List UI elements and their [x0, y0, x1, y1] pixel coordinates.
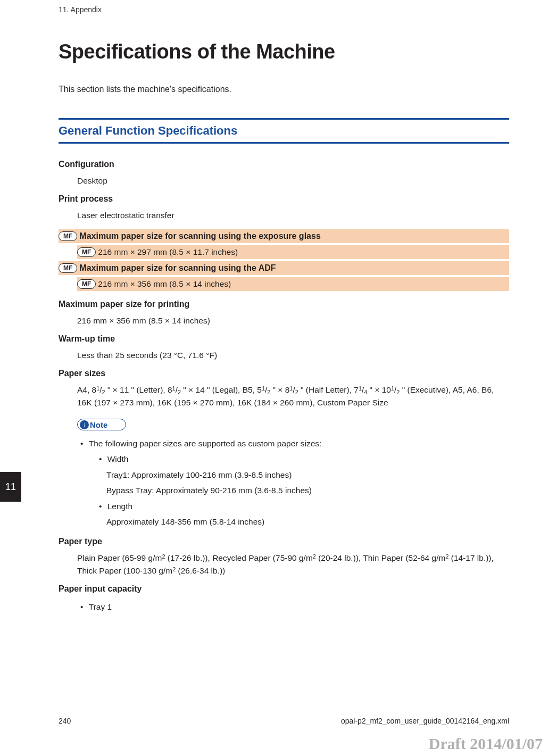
frac-sup: 1 — [96, 385, 99, 392]
note-width-label: Width — [106, 451, 509, 467]
frac-sup: 1 — [262, 385, 265, 392]
note-length-val: Approximately 148-356 mm (5.8-14 inches) — [106, 514, 509, 529]
value-max-scan-adf-text: 216 mm × 356 mm (8.5 × 14 inches) — [98, 279, 231, 288]
ps-p1: A4, 8 — [77, 385, 96, 394]
term-warmup: Warm-up time — [59, 334, 509, 344]
term-max-scan-glass: MFMaximum paper size for scanning using … — [59, 228, 509, 244]
value-configuration: Desktop — [77, 175, 509, 187]
frac-sup: 1 — [289, 385, 293, 392]
mf-badge-icon: MF — [77, 247, 96, 257]
value-max-scan-adf: MF216 mm × 356 mm (8.5 × 14 inches) — [77, 276, 509, 292]
mf-badge-icon: MF — [59, 231, 77, 241]
frac-sup: 1 — [391, 385, 394, 392]
paper-input-tray1: Tray 1 — [88, 599, 509, 614]
ps-p5: " (Half Letter), 7 — [298, 385, 359, 394]
running-header: 11. Appendix — [59, 0, 509, 14]
value-max-scan-glass: MF216 mm × 297 mm (8.5 × 11.7 inches) — [77, 244, 509, 260]
pt-b: (17-26 lb.)), Recycled Paper (75-90 g/m — [165, 553, 312, 562]
note-width-bypass: Bypass Tray: Approximately 90-216 mm (3.… — [106, 483, 509, 498]
term-max-scan-adf-text: Maximum paper size for scanning using th… — [79, 263, 276, 272]
frac-sup: 1 — [172, 385, 176, 392]
pt-a: Plain Paper (65-99 g/m — [77, 553, 162, 562]
note-length-label: Length — [106, 499, 509, 514]
term-paper-input: Paper input capacity — [59, 584, 509, 594]
mf-badge-icon: MF — [77, 279, 96, 289]
page-number: 240 — [59, 717, 71, 725]
note-line: The following paper sizes are supported … — [88, 436, 509, 451]
value-print-process: Laser electrostatic transfer — [77, 209, 509, 221]
chapter-side-tab: 11 — [0, 472, 21, 502]
term-configuration: Configuration — [59, 160, 509, 169]
draft-watermark: Draft 2014/01/07 — [429, 735, 543, 753]
note-width-tray1: Tray1: Approximately 100-216 mm (3.9-8.5… — [106, 467, 509, 483]
note-badge: ↓Note — [77, 419, 126, 430]
ps-p4: " × 8 — [270, 385, 289, 394]
term-max-scan-adf: MFMaximum paper size for scanning using … — [59, 260, 509, 276]
term-paper-type: Paper type — [59, 537, 509, 546]
pt-c: (20-24 lb.)), Thin Paper (52-64 g/m — [316, 553, 446, 562]
value-max-scan-glass-text: 216 mm × 297 mm (8.5 × 11.7 inches) — [98, 247, 238, 256]
value-max-print: 216 mm × 356 mm (8.5 × 14 inches) — [77, 314, 509, 327]
ps-p2: " × 11 " (Letter), 8 — [105, 385, 172, 394]
frac-sup: 1 — [359, 385, 362, 392]
page-title: Specifications of the Machine — [59, 40, 509, 63]
term-paper-sizes: Paper sizes — [59, 369, 509, 378]
intro-text: This section lists the machine's specifi… — [59, 85, 509, 94]
value-paper-sizes: A4, 81/2 " × 11 " (Letter), 81/2 " × 14 … — [77, 384, 509, 409]
term-max-scan-glass-text: Maximum paper size for scanning using th… — [79, 231, 320, 240]
mf-badge-icon: MF — [59, 263, 77, 273]
source-file-label: opal-p2_mf2_com_user_guide_00142164_eng.… — [341, 717, 509, 725]
section-heading-general: General Function Specifications — [59, 118, 509, 144]
ps-p6: " × 10 — [367, 385, 391, 394]
note-label: Note — [90, 420, 107, 429]
value-warmup: Less than 25 seconds (23 °C, 71.6 °F) — [77, 349, 509, 361]
pt-e: (26.6-34 lb.)) — [176, 566, 225, 575]
term-max-print: Maximum paper size for printing — [59, 300, 509, 309]
note-arrow-icon: ↓ — [80, 420, 89, 429]
term-print-process: Print process — [59, 194, 509, 204]
value-paper-type: Plain Paper (65-99 g/m2 (17-26 lb.)), Re… — [77, 552, 509, 577]
page-footer: 240 opal-p2_mf2_com_user_guide_00142164_… — [59, 717, 509, 725]
ps-p3: " × 14 " (Legal), B5, 5 — [181, 385, 262, 394]
